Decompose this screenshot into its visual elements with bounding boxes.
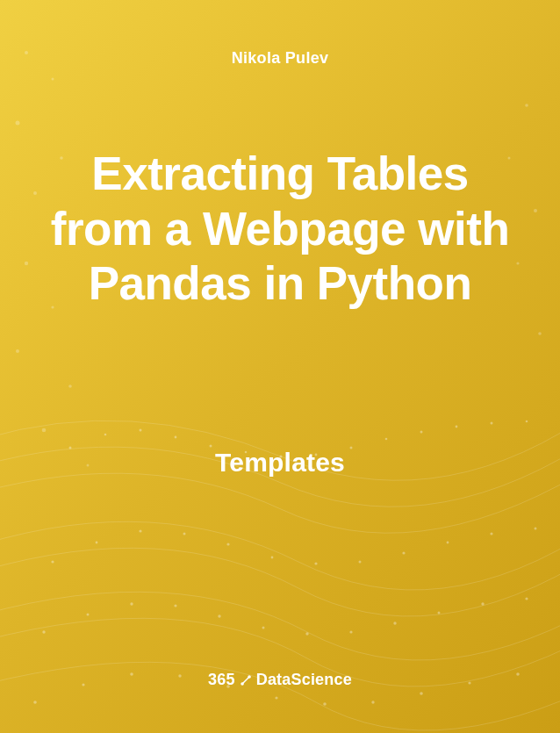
brand-logo: 365 DataScience xyxy=(208,671,352,689)
svg-point-9 xyxy=(68,384,72,388)
svg-point-25 xyxy=(350,447,353,449)
svg-point-29 xyxy=(491,422,493,425)
logo-divider-icon xyxy=(240,674,252,686)
svg-point-27 xyxy=(420,431,423,434)
logo-prefix: 365 xyxy=(208,671,235,689)
svg-point-52 xyxy=(438,612,441,614)
svg-point-0 xyxy=(25,51,28,54)
svg-point-62 xyxy=(371,701,374,703)
svg-point-43 xyxy=(42,630,45,633)
svg-point-41 xyxy=(490,532,492,535)
svg-point-50 xyxy=(349,630,352,633)
svg-point-21 xyxy=(210,445,212,448)
svg-point-33 xyxy=(139,529,141,532)
decorative-particles xyxy=(0,0,560,733)
svg-point-63 xyxy=(420,692,423,695)
svg-point-38 xyxy=(359,561,362,564)
document-subtitle: Templates xyxy=(215,448,345,478)
svg-point-56 xyxy=(82,683,84,686)
svg-point-55 xyxy=(33,701,37,704)
svg-point-35 xyxy=(226,543,229,545)
svg-point-11 xyxy=(87,464,90,467)
svg-point-48 xyxy=(262,627,265,629)
svg-point-54 xyxy=(525,597,528,600)
svg-point-28 xyxy=(456,426,458,428)
svg-point-65 xyxy=(516,672,520,676)
svg-point-2 xyxy=(16,121,20,126)
document-title: Extracting Tables from a Webpage with Pa… xyxy=(0,147,560,312)
svg-point-46 xyxy=(174,604,176,607)
svg-point-49 xyxy=(305,632,308,635)
svg-point-40 xyxy=(447,542,449,544)
svg-point-34 xyxy=(183,533,186,535)
svg-point-16 xyxy=(538,332,542,335)
svg-point-58 xyxy=(178,674,181,677)
svg-point-53 xyxy=(481,602,484,605)
svg-point-37 xyxy=(314,562,317,564)
svg-point-31 xyxy=(51,560,54,563)
svg-point-18 xyxy=(104,434,107,436)
svg-point-36 xyxy=(271,557,274,559)
svg-point-20 xyxy=(175,436,177,439)
svg-point-45 xyxy=(130,602,133,605)
svg-point-47 xyxy=(218,614,220,617)
svg-point-60 xyxy=(275,696,277,699)
svg-point-10 xyxy=(42,428,47,433)
svg-point-30 xyxy=(526,420,528,423)
svg-point-26 xyxy=(385,438,388,441)
svg-point-39 xyxy=(402,551,405,554)
svg-point-8 xyxy=(16,349,19,353)
svg-point-61 xyxy=(323,702,327,706)
svg-point-42 xyxy=(535,528,537,530)
svg-point-17 xyxy=(69,447,72,449)
svg-point-57 xyxy=(130,672,133,676)
author-name: Nikola Pulev xyxy=(232,49,329,68)
svg-point-64 xyxy=(468,681,470,684)
logo-suffix: DataScience xyxy=(256,671,352,689)
svg-point-12 xyxy=(525,104,528,107)
svg-point-44 xyxy=(87,614,90,616)
svg-point-19 xyxy=(140,429,142,432)
cover-page: Nikola Pulev Extracting Tables from a We… xyxy=(0,0,560,733)
svg-point-1 xyxy=(52,78,54,81)
svg-point-32 xyxy=(96,542,98,544)
svg-point-68 xyxy=(248,675,251,679)
svg-point-51 xyxy=(393,622,396,624)
